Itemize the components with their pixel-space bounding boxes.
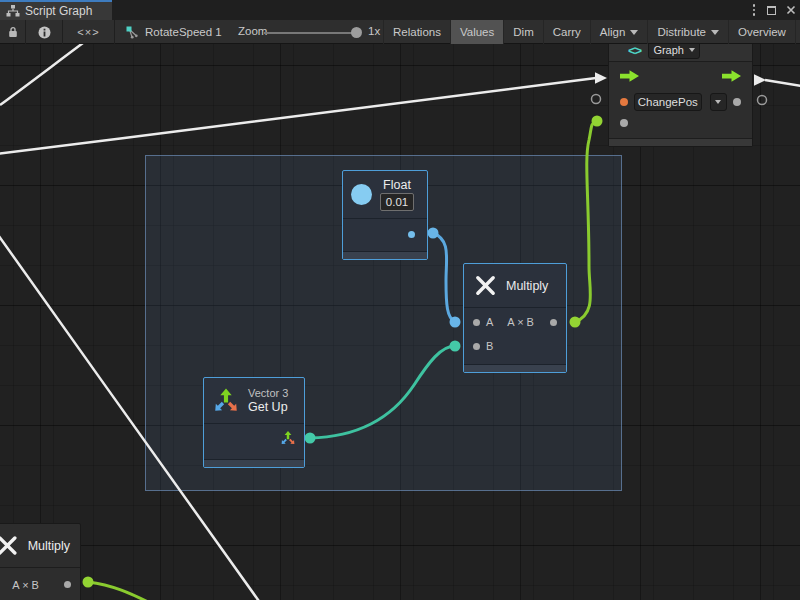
chevron-down-icon: [711, 30, 719, 35]
node-footer: [204, 459, 304, 467]
multiply-x-icon: [0, 534, 19, 557]
multiply-row-a: A A × B: [464, 308, 566, 336]
node-multiply-bottom-header: Multiply: [0, 524, 80, 568]
wire-arrowhead-out: [754, 74, 766, 86]
hierarchy-icon: [6, 5, 20, 17]
multiply-bottom-row-a: A A × B: [0, 568, 80, 600]
graph-breadcrumb-icon: [126, 26, 139, 39]
float-output-row: [343, 219, 427, 249]
node-footer: [609, 138, 752, 146]
breadcrumb[interactable]: RotateSpeed 1: [126, 20, 222, 44]
node-title: Float: [383, 178, 411, 192]
node-type-label: Vector 3: [248, 387, 288, 399]
node-vector3-getup[interactable]: Vector 3 Get Up: [203, 377, 305, 468]
node-graph[interactable]: <> Graph ChangePos: [608, 44, 753, 147]
unconnected-port-circle-right[interactable]: [758, 96, 767, 105]
vector-output-row: [204, 424, 304, 451]
vector3-output-port-icon[interactable]: [280, 430, 296, 446]
wire-white-topleft[interactable]: [0, 44, 87, 105]
overview-button[interactable]: Overview: [728, 20, 795, 44]
port-label-result: A × B: [12, 579, 39, 591]
dim-button[interactable]: Dim: [503, 20, 542, 44]
wire-endpoint-float-out: [428, 228, 439, 239]
graph-value-output-port[interactable]: [733, 98, 741, 106]
graph-control-flow-row: [609, 62, 752, 90]
node-title: Get Up: [248, 400, 288, 414]
titlebar: Script Graph: [0, 0, 800, 20]
port-label-result: A × B: [507, 316, 534, 328]
close-icon[interactable]: [786, 5, 796, 15]
graph-extra-input-row: [609, 113, 752, 133]
node-multiply-bottom[interactable]: Multiply A A × B: [0, 523, 81, 600]
zoom-label: Zoom: [238, 25, 267, 37]
port-label-a: A: [486, 316, 493, 328]
control-output-arrow-icon[interactable]: [722, 70, 741, 82]
breadcrumb-label: RotateSpeed 1: [145, 26, 222, 38]
multiply-output-port[interactable]: [550, 319, 557, 326]
wire-getup-to-multiply-b[interactable]: [310, 346, 455, 438]
chevron-down-icon: [630, 30, 638, 35]
float-output-port[interactable]: [408, 231, 415, 238]
code-icon: <×>: [77, 26, 99, 38]
multiply-bottom-output-port[interactable]: [64, 581, 71, 588]
wire-arrowhead-in: [595, 72, 607, 84]
carry-button[interactable]: Carry: [543, 20, 590, 44]
tab-script-graph[interactable]: Script Graph: [0, 0, 112, 20]
wire-white-from-graph-node[interactable]: [765, 80, 800, 86]
align-dropdown[interactable]: Align: [590, 20, 648, 44]
info-button[interactable]: [26, 20, 63, 44]
wire-endpoint-getup-out: [305, 433, 316, 444]
script-graph-window: Script Graph <×>: [0, 0, 800, 600]
node-multiply-header: Multiply: [464, 264, 566, 308]
fullscreen-button[interactable]: Full Screen: [795, 20, 800, 44]
zoom-slider-handle[interactable]: [351, 27, 362, 38]
wire-float-to-multiply-a[interactable]: [433, 233, 455, 322]
port-label-b: B: [486, 340, 493, 352]
changepos-dropdown[interactable]: ChangePos: [634, 93, 702, 111]
vector3-axes-icon: [212, 387, 240, 414]
node-vector-header: Vector 3 Get Up: [204, 378, 304, 424]
node-footer: [343, 251, 427, 259]
graph-canvas[interactable]: Float Multiply A A × B: [0, 44, 800, 600]
variable-input-port[interactable]: [620, 98, 628, 106]
wire-endpoint-graph-in: [592, 116, 603, 127]
tab-title: Script Graph: [25, 4, 92, 18]
distribute-dropdown[interactable]: Distribute: [647, 20, 728, 44]
code-view-button[interactable]: <×>: [63, 20, 115, 44]
view-toggle-group: Relations Values Dim Carry Align Distrib…: [383, 20, 800, 44]
node-title: Multiply: [28, 539, 70, 553]
code-brackets-icon: <>: [628, 44, 641, 58]
wire-bottom-multiply-out[interactable]: [88, 582, 148, 600]
wire-endpoint-multiply-out: [570, 317, 581, 328]
window-controls: [751, 0, 797, 20]
control-input-arrow-icon[interactable]: [620, 70, 639, 82]
values-button[interactable]: Values: [450, 20, 503, 44]
float-type-icon: [351, 184, 372, 205]
multiply-input-a-port[interactable]: [473, 319, 480, 326]
node-multiply[interactable]: Multiply A A × B B: [463, 263, 567, 373]
node-float[interactable]: Float: [342, 170, 428, 260]
node-footer: [464, 364, 566, 372]
relations-button[interactable]: Relations: [383, 20, 450, 44]
more-menu-icon[interactable]: [751, 2, 758, 18]
lock-button[interactable]: [0, 20, 26, 44]
wire-endpoint-multiply-b: [450, 341, 461, 352]
float-value-input[interactable]: [380, 193, 414, 211]
multiply-x-icon: [474, 274, 497, 297]
node-title: Multiply: [506, 279, 548, 293]
zoom-slider-track[interactable]: [264, 32, 361, 34]
node-float-header: Float: [343, 171, 427, 219]
graph-dropdown[interactable]: Graph: [648, 44, 700, 59]
graph-extra-input-port[interactable]: [620, 119, 628, 127]
changepos-enum-button[interactable]: [710, 93, 727, 111]
lock-icon: [8, 26, 18, 38]
wire-multiply-to-graph[interactable]: [575, 121, 597, 322]
multiply-row-b: B: [464, 336, 566, 356]
maximize-icon[interactable]: [767, 6, 776, 15]
wire-white-to-graph-node[interactable]: [0, 78, 596, 154]
wire-endpoint-bottom-multiply: [83, 577, 94, 588]
multiply-input-b-port[interactable]: [473, 343, 480, 350]
chevron-down-icon: [689, 48, 695, 52]
wire-endpoint-multiply-a: [450, 317, 461, 328]
unconnected-port-circle-left[interactable]: [592, 95, 601, 104]
